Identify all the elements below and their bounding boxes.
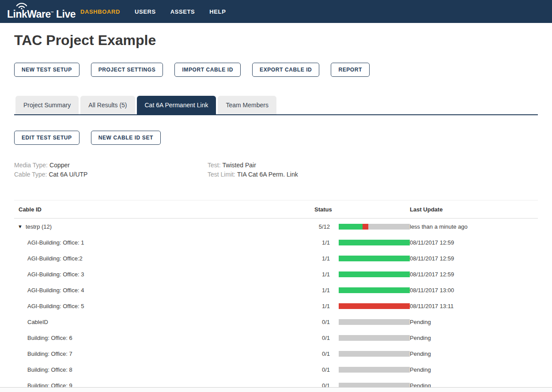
table-row[interactable]: Building: Office: 8 0/1 Pending: [14, 362, 538, 377]
last-update-cell: 08/11/2017 13:11: [410, 303, 538, 309]
cable-id-label: Building: Office: 6: [27, 335, 72, 341]
main-navigation: DASHBOARDUSERSASSETSHELP: [80, 8, 240, 15]
tab[interactable]: Project Summary: [15, 96, 79, 114]
nav-item[interactable]: ASSETS: [170, 8, 195, 15]
cable-id-label: AGI-Building: Office: 1: [27, 239, 84, 246]
test-limit-label: Test Limit:: [208, 171, 235, 178]
test-limit-value: TIA Cat 6A Perm. Link: [237, 171, 298, 178]
secondary-action-button[interactable]: NEW CABLE ID SET: [91, 131, 161, 145]
collapse-caret-icon[interactable]: ▼: [18, 224, 23, 229]
table-row[interactable]: ▼ testrp (12) 5/12 less than a minute ag…: [14, 219, 538, 234]
cable-id-label: CableID: [27, 319, 48, 325]
cable-id-cell: AGI-Building: Office: 5: [14, 303, 310, 309]
primary-action-bar: NEW TEST SETUPPROJECT SETTINGSIMPORT CAB…: [14, 63, 552, 77]
cable-type-value: Cat 6A U/UTP: [49, 171, 87, 178]
page-title: TAC Project Example: [14, 32, 552, 49]
media-type-row: Media Type:Copper: [14, 161, 208, 170]
progress-pass-segment: [339, 256, 410, 261]
tab[interactable]: All Results (5): [80, 96, 135, 114]
table-row[interactable]: AGI-Building: Office: 4 1/1 08/11/2017 1…: [14, 282, 538, 298]
status-fraction: 5/12: [310, 223, 330, 230]
progress-pass-segment: [339, 224, 363, 230]
last-update-cell: less than a minute ago: [410, 223, 538, 230]
status-fraction: 0/1: [310, 335, 330, 341]
status-fraction: 1/1: [310, 255, 330, 262]
tab[interactable]: Team Members: [218, 96, 276, 114]
status-progress-bar: [339, 367, 410, 373]
table-body: ▼ testrp (12) 5/12 less than a minute ag…: [14, 219, 538, 392]
secondary-action-button[interactable]: EDIT TEST SETUP: [14, 131, 79, 145]
cable-id-label: Building: Office: 8: [27, 366, 72, 373]
viewport-cutoff-strip: [0, 387, 552, 392]
tab-list: Project SummaryAll Results (5)Cat 6A Per…: [14, 96, 538, 114]
status-progress-bar: [339, 319, 410, 325]
tab-bar: Project SummaryAll Results (5)Cat 6A Per…: [14, 96, 538, 115]
progress-pass-segment: [339, 271, 410, 277]
cable-id-cell: AGI-Building: Office: 4: [14, 287, 310, 294]
meta-left-column: Media Type:Copper Cable Type:Cat 6A U/UT…: [14, 161, 208, 179]
cable-id-cell: AGI-Building: Office: 1: [14, 239, 310, 246]
page-content: TAC Project Example NEW TEST SETUPPROJEC…: [0, 32, 552, 392]
last-update-cell: 08/11/2017 12:59: [410, 239, 538, 246]
cable-id-cell: Building: Office: 6: [14, 335, 310, 341]
status-progress-cell: [330, 351, 410, 357]
status-progress-bar: [339, 303, 410, 309]
action-button[interactable]: PROJECT SETTINGS: [91, 63, 163, 77]
column-header-cable-id: Cable ID: [14, 206, 310, 213]
linkware-live-logo[interactable]: LinkWare™ Live: [6, 0, 76, 23]
status-progress-bar: [339, 240, 410, 245]
cable-id-cell: Building: Office: 8: [14, 366, 310, 373]
table-row[interactable]: AGI-Building: Office: 5 1/1 08/11/2017 1…: [14, 298, 538, 314]
status-fraction: 0/1: [310, 351, 330, 357]
test-limit-row: Test Limit:TIA Cat 6A Perm. Link: [208, 170, 552, 179]
secondary-action-bar: EDIT TEST SETUPNEW CABLE ID SET: [14, 131, 552, 145]
table-row[interactable]: AGI-Building: Office:2 1/1 08/11/2017 12…: [14, 250, 538, 266]
cable-id-table: Cable ID Status Last Update ▼ testrp (12…: [14, 200, 538, 392]
status-fraction: 1/1: [310, 287, 330, 294]
cable-id-label: Building: Office: 7: [27, 351, 72, 357]
status-fraction: 1/1: [310, 239, 330, 246]
table-header: Cable ID Status Last Update: [14, 200, 538, 219]
table-row[interactable]: AGI-Building: Office: 1 1/1 08/11/2017 1…: [14, 234, 538, 250]
action-button[interactable]: REPORT: [331, 63, 370, 77]
status-fraction: 0/1: [310, 366, 330, 373]
nav-item[interactable]: USERS: [135, 8, 156, 15]
cable-id-label: AGI-Building: Office:2: [27, 255, 83, 262]
last-update-cell: 08/11/2017 12:59: [410, 271, 538, 278]
cable-id-label: AGI-Building: Office: 4: [27, 287, 84, 294]
progress-pass-segment: [339, 240, 410, 245]
test-label: Test:: [208, 162, 221, 169]
progress-pass-segment: [339, 287, 410, 293]
cable-id-label: AGI-Building: Office: 3: [27, 271, 84, 278]
cable-id-cell: ▼ testrp (12): [14, 223, 310, 230]
status-progress-cell: [330, 271, 410, 277]
cable-id-cell: AGI-Building: Office:2: [14, 255, 310, 262]
meta-right-column: Test:Twisted Pair Test Limit:TIA Cat 6A …: [208, 161, 552, 179]
media-type-label: Media Type:: [14, 162, 48, 169]
action-button[interactable]: EXPORT CABLE ID: [252, 63, 319, 77]
status-fraction: 1/1: [310, 271, 330, 278]
last-update-cell: Pending: [410, 319, 538, 325]
table-row[interactable]: Building: Office: 7 0/1 Pending: [14, 346, 538, 362]
last-update-cell: 08/11/2017 12:59: [410, 255, 538, 262]
status-progress-cell: [330, 256, 410, 261]
table-row[interactable]: Building: Office: 6 0/1 Pending: [14, 330, 538, 346]
status-progress-cell: [330, 367, 410, 373]
status-progress-cell: [330, 287, 410, 293]
table-row[interactable]: CableID 0/1 Pending: [14, 314, 538, 330]
cable-id-label: AGI-Building: Office: 5: [27, 303, 84, 309]
progress-fail-segment: [339, 303, 410, 309]
cable-id-cell: CableID: [14, 319, 310, 325]
table-row[interactable]: AGI-Building: Office: 3 1/1 08/11/2017 1…: [14, 266, 538, 282]
tab[interactable]: Cat 6A Permanent Link: [137, 96, 216, 114]
nav-item[interactable]: DASHBOARD: [80, 8, 120, 15]
cable-id-cell: Building: Office: 7: [14, 351, 310, 357]
action-button[interactable]: IMPORT CABLE ID: [174, 63, 241, 77]
media-type-value: Copper: [49, 162, 70, 169]
cable-type-row: Cable Type:Cat 6A U/UTP: [14, 170, 208, 179]
test-setup-summary: Media Type:Copper Cable Type:Cat 6A U/UT…: [14, 161, 552, 179]
nav-item[interactable]: HELP: [209, 8, 226, 15]
status-progress-cell: [330, 240, 410, 245]
status-fraction: 1/1: [310, 303, 330, 309]
action-button[interactable]: NEW TEST SETUP: [14, 63, 79, 77]
